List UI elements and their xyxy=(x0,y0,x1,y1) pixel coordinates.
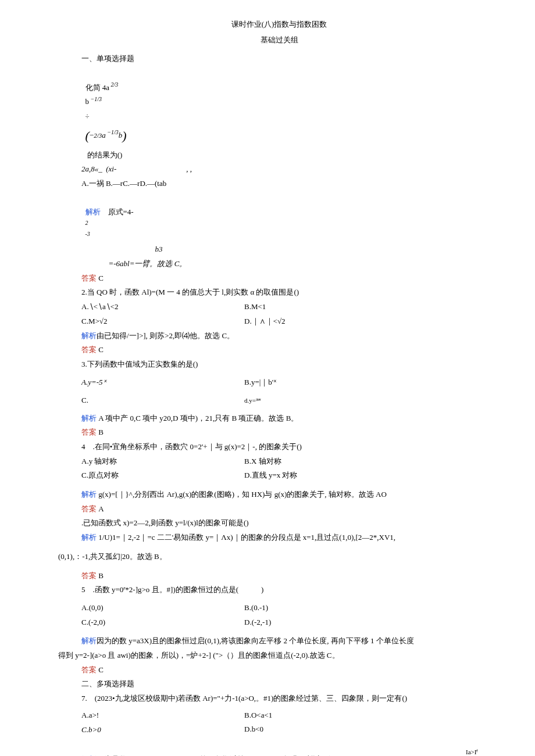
q2-a: A.∖<∖a∖<2 xyxy=(58,300,244,314)
q45-jiexi2: (0,1),：-1,共又孤幻|20。故选 B。 xyxy=(58,550,500,564)
q4-c: C.原点对称 xyxy=(58,468,244,483)
frac-den: 3 xyxy=(99,96,102,102)
section-2-heading: 二、多项选择题 xyxy=(58,677,500,691)
q4-row2: C.原点对称D.直线 y=x 对称 xyxy=(58,468,500,483)
q1-line2: 2a,8«_ (xi-, , xyxy=(58,162,500,177)
q3-row2: C.d.y=³ʷ xyxy=(58,393,500,408)
q5-stem: 5 .函数 y=0ʳ*2-]g>o 且。#])的图象恒过的点是( ) xyxy=(58,583,500,597)
exponent-icon: 2/3 xyxy=(109,79,118,90)
divide: ÷ xyxy=(85,112,90,120)
q3-c: C. xyxy=(58,393,244,408)
q2-d: D.｜∧｜<√2 xyxy=(244,314,407,329)
opt: C.b>0 xyxy=(81,723,101,737)
analysis-text: g(x)=[｜}^,分别西出 Ar),g(x)的图象(图略)，知 HX)与 g(… xyxy=(98,490,387,499)
analysis-label: 解析 xyxy=(81,490,97,499)
q3-jiexi: 解析 A 项中产 0,C 项中 y20,D 项中)，21,只有 B 项正确。故选… xyxy=(58,411,500,426)
worksheet-subtitle: 基础过关组 xyxy=(58,33,500,48)
exponent-icon: −1/3 xyxy=(89,94,102,105)
paren-icon: ( xyxy=(85,124,90,148)
analysis-label: 解析 xyxy=(81,331,97,340)
q7-b: B.O<a<1 xyxy=(244,708,407,723)
q2-b: B.M<1 xyxy=(244,300,407,314)
q45-answer: 答案 B xyxy=(58,569,500,583)
q4-stem: 4 .在同•宜角坐标系中，函数穴 0=2'+｜与 g(x)=2｜-, 的图象关于… xyxy=(58,440,500,454)
analysis-text: 由已知得/一]>], 则苏>2,即⑷他。故选 C。 xyxy=(97,331,234,340)
q5-b: B.(0.-1) xyxy=(244,601,407,615)
case1: Ia>Iᶠ xyxy=(466,748,478,755)
q5-d: D.(-2,-1) xyxy=(244,615,407,630)
q3-a: A.y=-5ˣ xyxy=(58,375,244,390)
q7-jiexi: 解析因为晶数/U)=a<+Z>-1(a>O,a≠1)的图象经过第一、三、四象眼，… xyxy=(58,741,500,756)
analysis-text: 因为的数 y=a3X)且的图象恒过启(0,1),将该图象向左平移 2 个单位长度… xyxy=(97,636,414,645)
q3-b: B.y=|｜b'ˣ xyxy=(244,375,407,390)
q2-jiexi: 解析由已知得/一]>], 则苏>2,即⑷他。故选 C。 xyxy=(58,329,500,343)
answer-value: C xyxy=(98,345,104,354)
section-1-heading: 一、单项选择题 xyxy=(58,52,500,66)
analysis-label: 解析 xyxy=(85,207,101,216)
q7-c: C.b>0 xyxy=(58,722,244,737)
opt: d.y=³ʷ xyxy=(244,397,261,404)
paren-icon: ) xyxy=(122,124,126,148)
q1-stem: 化简 4a 2/3 b −1/3 ÷ (−2/3a −1/3b) 的结果为() xyxy=(58,66,500,162)
frac-den: 3 xyxy=(115,81,118,88)
q1-answer: 答案 C xyxy=(58,271,500,286)
analysis-text: 1/U)1=｜2,-2｜=c 二二'易知函数 y=｜Λx)｜的图象的分段点是 x… xyxy=(98,533,395,542)
q5-answer: 答案 C xyxy=(58,663,500,678)
minus: − xyxy=(90,131,94,139)
q4-d: D.直线 y=x 对称 xyxy=(244,468,407,483)
q5-a: A.(0,0) xyxy=(58,601,244,615)
b3: b3 xyxy=(155,242,163,257)
q5-row2: C.(-2,0)D.(-2,-1) xyxy=(58,615,500,630)
sub: -3 xyxy=(85,231,90,237)
answer-label: 答案 xyxy=(81,428,97,436)
analysis-text: 原式=4- xyxy=(108,207,134,216)
frac-num: 1 xyxy=(94,96,97,102)
q3-stem: 3.下列函数中值域为正实数集的是() xyxy=(58,357,500,372)
q4-jiexi: 解析 g(x)=[｜}^,分别西出 Ar),g(x)的图象(图略)，知 HX)与… xyxy=(58,488,500,502)
frac-num: 2 xyxy=(111,81,114,88)
q7-a: A.a>! xyxy=(58,708,244,723)
num: 2 xyxy=(94,132,97,139)
answer-value: B xyxy=(98,428,104,436)
answer-value: C xyxy=(98,274,104,282)
answer-label: 答案 xyxy=(81,571,97,580)
analysis-label: 解析 xyxy=(81,636,97,645)
sup: 2 xyxy=(85,220,88,226)
q5-jiexi2: 得到 y=2-](a>o 且 awi)的图象，所以)，=炉+2-] (">（）且… xyxy=(58,648,500,663)
exp: −1/3 xyxy=(106,127,119,138)
q4-answer: 答案 A xyxy=(58,502,500,517)
q5-row1: A.(0,0)B.(0.-1) xyxy=(58,601,500,615)
analysis-text: A 项中产 0,C 项中 y20,D 项中)，21,只有 B 项正确。故选 B。 xyxy=(98,414,298,422)
exp: 2-3 xyxy=(85,217,90,239)
frag: 2a,8«_ (xi- xyxy=(81,164,116,173)
q1-jiexi: 解析 原式=4- 2-3 b3 =-6abl=一臂。故选 C。 xyxy=(58,191,500,271)
worksheet-title: 课时作业(八)指数与指数困数 xyxy=(58,17,500,32)
q5-c: C.(-2,0) xyxy=(58,615,244,630)
q7-row2: C.b>0D.b<0 xyxy=(58,722,500,737)
answer-label: 答案 xyxy=(81,504,97,513)
q45-jiexi: 解析 1/U)1=｜2,-2｜=c 二二'易知函数 y=｜Λx)｜的图象的分段点… xyxy=(58,531,500,545)
answer-label: 答案 xyxy=(81,345,97,354)
answer-value: C xyxy=(98,665,104,674)
q5-jiexi: 解析因为的数 y=a3X)且的图象恒过启(0,1),将该图象向左平移 2 个单位… xyxy=(58,634,500,648)
q2-row1: A.∖<∖a∖<2B.M<1 xyxy=(58,300,500,314)
q1-text: 化简 4a xyxy=(85,83,110,92)
q2-row2: C.M>√2D.｜∧｜<√2 xyxy=(58,314,500,329)
q7-row1: A.a>!B.O<a<1 xyxy=(58,708,500,723)
q2-c: C.M>√2 xyxy=(58,314,244,329)
q3-answer: 答案 B xyxy=(58,425,500,440)
side-cases: Ia>Iᶠ (∂-K-1, xyxy=(459,741,500,756)
q4-b: B.X 轴对称 xyxy=(244,454,407,469)
analysis-label: 解析 xyxy=(81,414,97,422)
opt: A.y=-5ˣ xyxy=(81,375,106,390)
answer-value: B xyxy=(98,571,104,580)
q4-a: A.y 轴对称 xyxy=(58,454,244,469)
q3-row1: A.y=-5ˣB.y=|｜b'ˣ xyxy=(58,375,500,390)
q3-d: d.y=³ʷ xyxy=(244,393,407,408)
q4-row1: A.y 轴对称B.X 轴对称 xyxy=(58,454,500,469)
q7-stem: 7. (2023•九龙坡区校级期中)若函数 Ar)="+力-1(a>O,。#1)… xyxy=(58,691,500,706)
q1-choices: A.一祸 B.—rC.—rD.—(tab xyxy=(58,177,500,191)
frag: , , xyxy=(186,164,192,173)
q1-tail: 的结果为() xyxy=(87,151,123,159)
q7-d: D.b<0 xyxy=(244,722,407,737)
